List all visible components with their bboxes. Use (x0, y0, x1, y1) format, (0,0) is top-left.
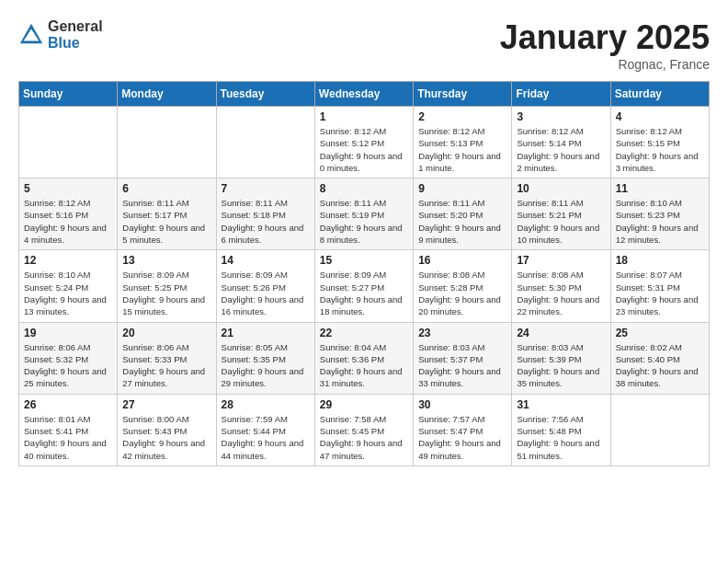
daylight-text: Daylight: 9 hours and 3 minutes. (616, 151, 699, 173)
calendar-day-cell (19, 107, 118, 178)
calendar-week-row: 1 Sunrise: 8:12 AM Sunset: 5:12 PM Dayli… (19, 107, 710, 178)
calendar-day-cell (118, 107, 216, 178)
day-number: 31 (517, 398, 605, 411)
day-info: Sunrise: 7:56 AM Sunset: 5:48 PM Dayligh… (517, 413, 605, 462)
day-info: Sunrise: 8:02 AM Sunset: 5:40 PM Dayligh… (616, 341, 704, 390)
daylight-text: Daylight: 9 hours and 13 minutes. (24, 294, 107, 316)
sunrise-text: Sunrise: 8:08 AM (517, 270, 583, 280)
daylight-text: Daylight: 9 hours and 40 minutes. (24, 438, 107, 460)
weekday-header: Thursday (414, 82, 512, 107)
weekday-header: Saturday (610, 82, 709, 107)
calendar-day-cell: 29 Sunrise: 7:58 AM Sunset: 5:45 PM Dayl… (314, 394, 413, 465)
weekday-header-row: SundayMondayTuesdayWednesdayThursdayFrid… (19, 82, 710, 107)
sunset-text: Sunset: 5:20 PM (418, 210, 483, 220)
calendar-day-cell: 1 Sunrise: 8:12 AM Sunset: 5:12 PM Dayli… (314, 107, 413, 178)
day-number: 30 (418, 398, 506, 411)
day-info: Sunrise: 8:03 AM Sunset: 5:39 PM Dayligh… (517, 341, 605, 390)
calendar-day-cell: 21 Sunrise: 8:05 AM Sunset: 5:35 PM Dayl… (216, 322, 314, 394)
day-number: 27 (122, 398, 210, 411)
day-info: Sunrise: 8:08 AM Sunset: 5:30 PM Dayligh… (517, 269, 605, 317)
daylight-text: Daylight: 9 hours and 1 minute. (418, 151, 501, 173)
sunset-text: Sunset: 5:41 PM (24, 426, 88, 436)
day-info: Sunrise: 8:00 AM Sunset: 5:43 PM Dayligh… (122, 413, 210, 462)
day-number: 16 (418, 254, 506, 267)
daylight-text: Daylight: 9 hours and 0 minutes. (320, 151, 403, 173)
day-number: 14 (222, 254, 310, 267)
sunset-text: Sunset: 5:43 PM (122, 426, 187, 436)
sunset-text: Sunset: 5:44 PM (222, 426, 286, 436)
day-number: 19 (24, 327, 112, 339)
sunset-text: Sunset: 5:23 PM (616, 210, 680, 220)
sunrise-text: Sunrise: 8:12 AM (517, 126, 583, 136)
day-number: 6 (122, 182, 210, 195)
logo-icon (18, 22, 44, 48)
day-info: Sunrise: 7:58 AM Sunset: 5:45 PM Dayligh… (320, 413, 408, 462)
calendar-week-row: 5 Sunrise: 8:12 AM Sunset: 5:16 PM Dayli… (19, 178, 710, 250)
logo: General Blue (18, 18, 103, 51)
logo-blue-text: Blue (48, 35, 103, 52)
sunrise-text: Sunrise: 8:03 AM (418, 342, 484, 352)
day-info: Sunrise: 8:12 AM Sunset: 5:13 PM Dayligh… (418, 125, 506, 174)
calendar-day-cell: 25 Sunrise: 8:02 AM Sunset: 5:40 PM Dayl… (610, 322, 709, 394)
sunset-text: Sunset: 5:47 PM (418, 426, 483, 436)
daylight-text: Daylight: 9 hours and 38 minutes. (616, 366, 699, 388)
sunset-text: Sunset: 5:14 PM (517, 138, 581, 148)
daylight-text: Daylight: 9 hours and 8 minutes. (320, 223, 403, 245)
daylight-text: Daylight: 9 hours and 29 minutes. (222, 366, 304, 388)
sunset-text: Sunset: 5:37 PM (418, 354, 483, 364)
calendar-day-cell (610, 394, 709, 465)
sunset-text: Sunset: 5:19 PM (320, 210, 384, 220)
calendar-day-cell: 15 Sunrise: 8:09 AM Sunset: 5:27 PM Dayl… (314, 250, 413, 322)
calendar-day-cell: 22 Sunrise: 8:04 AM Sunset: 5:36 PM Dayl… (314, 322, 413, 394)
day-info: Sunrise: 8:11 AM Sunset: 5:19 PM Dayligh… (320, 197, 408, 246)
calendar-day-cell: 11 Sunrise: 8:10 AM Sunset: 5:23 PM Dayl… (610, 178, 709, 250)
logo-text: General Blue (48, 18, 103, 51)
sunset-text: Sunset: 5:28 PM (418, 282, 483, 293)
day-info: Sunrise: 8:04 AM Sunset: 5:36 PM Dayligh… (320, 341, 408, 390)
day-info: Sunrise: 8:12 AM Sunset: 5:12 PM Dayligh… (320, 125, 408, 174)
sunset-text: Sunset: 5:35 PM (222, 354, 286, 364)
sunrise-text: Sunrise: 8:05 AM (222, 342, 288, 352)
calendar-day-cell: 23 Sunrise: 8:03 AM Sunset: 5:37 PM Dayl… (414, 322, 512, 394)
sunrise-text: Sunrise: 7:56 AM (517, 414, 583, 424)
calendar-day-cell: 14 Sunrise: 8:09 AM Sunset: 5:26 PM Dayl… (216, 250, 314, 322)
calendar-day-cell: 4 Sunrise: 8:12 AM Sunset: 5:15 PM Dayli… (610, 107, 709, 178)
calendar-day-cell: 9 Sunrise: 8:11 AM Sunset: 5:20 PM Dayli… (414, 178, 512, 250)
sunset-text: Sunset: 5:26 PM (222, 282, 286, 293)
sunrise-text: Sunrise: 8:00 AM (122, 414, 188, 424)
sunset-text: Sunset: 5:36 PM (320, 354, 384, 364)
day-number: 29 (320, 398, 408, 411)
daylight-text: Daylight: 9 hours and 51 minutes. (517, 438, 599, 460)
calendar-week-row: 12 Sunrise: 8:10 AM Sunset: 5:24 PM Dayl… (19, 250, 710, 322)
weekday-header: Monday (118, 82, 216, 107)
daylight-text: Daylight: 9 hours and 10 minutes. (517, 223, 599, 245)
sunrise-text: Sunrise: 8:12 AM (616, 126, 682, 136)
sunrise-text: Sunrise: 8:09 AM (320, 270, 386, 280)
weekday-header: Friday (512, 82, 610, 107)
day-number: 8 (320, 182, 408, 195)
sunrise-text: Sunrise: 7:57 AM (418, 414, 484, 424)
calendar-day-cell: 28 Sunrise: 7:59 AM Sunset: 5:44 PM Dayl… (216, 394, 314, 465)
day-info: Sunrise: 8:11 AM Sunset: 5:18 PM Dayligh… (222, 197, 310, 246)
calendar-day-cell: 5 Sunrise: 8:12 AM Sunset: 5:16 PM Dayli… (19, 178, 118, 250)
sunset-text: Sunset: 5:12 PM (320, 138, 384, 148)
page-header: General Blue January 2025 Rognac, France (18, 18, 710, 72)
day-info: Sunrise: 8:11 AM Sunset: 5:21 PM Dayligh… (517, 197, 605, 246)
daylight-text: Daylight: 9 hours and 22 minutes. (517, 294, 599, 316)
sunset-text: Sunset: 5:18 PM (222, 210, 286, 220)
sunrise-text: Sunrise: 8:08 AM (418, 270, 484, 280)
day-number: 22 (320, 327, 408, 339)
sunrise-text: Sunrise: 8:03 AM (517, 342, 583, 352)
day-number: 1 (320, 110, 408, 123)
calendar-day-cell: 13 Sunrise: 8:09 AM Sunset: 5:25 PM Dayl… (118, 250, 216, 322)
sunrise-text: Sunrise: 8:09 AM (222, 270, 288, 280)
daylight-text: Daylight: 9 hours and 5 minutes. (122, 223, 205, 245)
calendar-day-cell: 8 Sunrise: 8:11 AM Sunset: 5:19 PM Dayli… (314, 178, 413, 250)
sunset-text: Sunset: 5:27 PM (320, 282, 384, 293)
calendar-day-cell (216, 107, 314, 178)
day-info: Sunrise: 8:11 AM Sunset: 5:17 PM Dayligh… (122, 197, 210, 246)
day-number: 9 (418, 182, 506, 195)
sunrise-text: Sunrise: 8:11 AM (418, 198, 484, 208)
day-number: 23 (418, 327, 506, 339)
day-number: 17 (517, 254, 605, 267)
